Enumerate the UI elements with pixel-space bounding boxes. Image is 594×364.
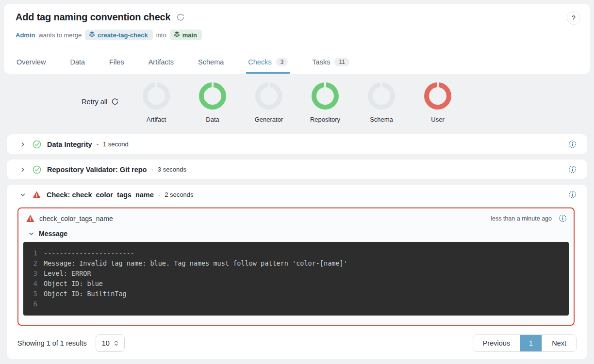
- pagination: Previous 1 Next: [473, 334, 577, 352]
- log-line: 1-----------------------: [30, 248, 562, 258]
- tab-files[interactable]: Files: [107, 51, 126, 74]
- message-section-toggle[interactable]: Message: [18, 222, 574, 242]
- tab-label: Checks: [248, 58, 271, 66]
- results-summary: Showing 1 of 1 results: [17, 339, 87, 347]
- tab-label: Files: [109, 58, 124, 66]
- tab-tasks[interactable]: Tasks11: [310, 51, 351, 74]
- chevron-right-icon[interactable]: [19, 141, 26, 148]
- target-branch-label: main: [182, 32, 197, 39]
- tab-label: Schema: [198, 58, 224, 66]
- checks-count-badge: 3: [276, 58, 288, 66]
- check-timestamp: less than a minute ago: [491, 215, 552, 222]
- previous-page-button[interactable]: Previous: [473, 335, 520, 351]
- tab-bar: Overview Data Files Artifacts Schema Che…: [15, 51, 351, 74]
- warning-triangle-icon: [26, 215, 34, 222]
- page-size-select[interactable]: 10: [96, 334, 125, 352]
- tasks-count-badge: 11: [334, 58, 349, 66]
- warning-triangle-icon: [33, 191, 41, 199]
- tab-label: Tasks: [312, 58, 330, 66]
- check-card-color-tags: Check: check_color_tags_name - 2 seconds…: [7, 185, 587, 359]
- donut-label: Schema: [370, 116, 393, 123]
- title-row: Add tag naming convention check: [16, 12, 185, 23]
- message-section-label: Message: [39, 230, 67, 237]
- donut-schema: Schema: [368, 82, 395, 123]
- donut-label: Generator: [255, 116, 283, 123]
- tab-checks[interactable]: Checks3: [246, 51, 290, 74]
- check-card-data-integrity: Data Integrity - 1 second: [7, 134, 587, 154]
- log-line: 4Object ID: blue: [30, 279, 562, 289]
- retry-all-label: Retry all: [82, 98, 107, 106]
- info-icon[interactable]: [568, 190, 577, 199]
- check-type-donuts: Artifact Data Generator Repository Schem…: [143, 82, 451, 123]
- donut-generator: Generator: [255, 82, 282, 123]
- tab-label: Overview: [16, 58, 46, 66]
- status-donut[interactable]: [143, 82, 170, 110]
- check-duration: 3 seconds: [158, 166, 186, 173]
- check-circle-icon: [33, 165, 41, 174]
- log-line: 6: [30, 299, 562, 309]
- failed-check-panel: check_color_tags_name less than a minute…: [17, 207, 575, 326]
- merge-action-text: wants to merge: [38, 32, 82, 39]
- failed-check-header: check_color_tags_name less than a minute…: [18, 208, 574, 222]
- info-icon[interactable]: [559, 214, 567, 222]
- log-line: 2Message: Invalid tag name: blue. Tag na…: [30, 258, 562, 269]
- branch-layers-icon: [174, 31, 180, 39]
- merge-summary: Admin wants to merge create-tag-check in…: [16, 30, 202, 40]
- donut-label: Repository: [310, 116, 340, 123]
- tab-data[interactable]: Data: [68, 51, 87, 74]
- check-circle-icon: [33, 140, 41, 149]
- status-donut[interactable]: [312, 82, 339, 110]
- tab-schema[interactable]: Schema: [196, 51, 226, 74]
- log-output: 1----------------------- 2Message: Inval…: [23, 242, 569, 316]
- check-row[interactable]: Check: check_color_tags_name - 2 seconds: [7, 185, 587, 205]
- chevron-down-icon: [28, 231, 34, 237]
- donut-user: User: [424, 82, 451, 123]
- check-row[interactable]: Data Integrity - 1 second: [7, 134, 587, 154]
- chevron-down-icon[interactable]: [19, 191, 26, 198]
- check-duration: 2 seconds: [165, 191, 193, 198]
- page-size-value: 10: [102, 339, 110, 347]
- tab-artifacts[interactable]: Artifacts: [147, 51, 176, 74]
- target-branch-pill[interactable]: main: [170, 30, 202, 40]
- header-card: Add tag naming convention check Admin wa…: [4, 4, 590, 74]
- retry-icon: [111, 98, 119, 106]
- check-card-repository-validator: Repository Validator: Git repo - 3 secon…: [7, 159, 587, 179]
- info-icon[interactable]: [568, 165, 577, 174]
- status-donut[interactable]: [199, 82, 226, 110]
- donut-data: Data: [199, 82, 226, 123]
- tab-overview[interactable]: Overview: [15, 51, 48, 74]
- page-number-button[interactable]: 1: [520, 335, 542, 351]
- select-carets-icon: [114, 340, 118, 347]
- check-row[interactable]: Repository Validator: Git repo - 3 secon…: [7, 159, 587, 179]
- source-branch-label: create-tag-check: [98, 32, 148, 39]
- separator: -: [151, 166, 153, 173]
- status-donut[interactable]: [368, 82, 395, 110]
- source-branch-pill[interactable]: create-tag-check: [85, 30, 152, 40]
- donut-label: User: [431, 116, 444, 123]
- tab-label: Artifacts: [148, 58, 174, 66]
- next-page-button[interactable]: Next: [542, 335, 576, 351]
- info-icon[interactable]: [568, 140, 577, 148]
- author-link[interactable]: Admin: [16, 32, 35, 39]
- separator: -: [158, 191, 160, 198]
- help-button[interactable]: ?: [567, 11, 580, 25]
- merge-request-checks-page: Add tag naming convention check Admin wa…: [0, 0, 594, 364]
- status-donut[interactable]: [424, 82, 451, 110]
- page-title: Add tag naming convention check: [16, 12, 170, 23]
- log-line: 3Level: ERROR: [30, 269, 562, 279]
- tab-label: Data: [70, 58, 85, 66]
- check-title: Check: check_color_tags_name: [47, 191, 154, 199]
- separator: -: [97, 141, 99, 148]
- log-line: 5Object ID: BuiltinTag: [30, 289, 562, 299]
- retry-all-button[interactable]: Retry all: [82, 98, 119, 106]
- check-title: Repository Validator: Git repo: [47, 166, 147, 174]
- status-donut[interactable]: [255, 82, 282, 110]
- donut-repository: Repository: [312, 82, 339, 123]
- donut-label: Data: [206, 116, 219, 123]
- refresh-icon[interactable]: [176, 13, 185, 22]
- check-title: Data Integrity: [47, 141, 92, 148]
- branch-layers-icon: [89, 31, 95, 39]
- donut-label: Artifact: [147, 116, 166, 123]
- into-text: into: [156, 32, 166, 39]
- chevron-right-icon[interactable]: [19, 166, 26, 173]
